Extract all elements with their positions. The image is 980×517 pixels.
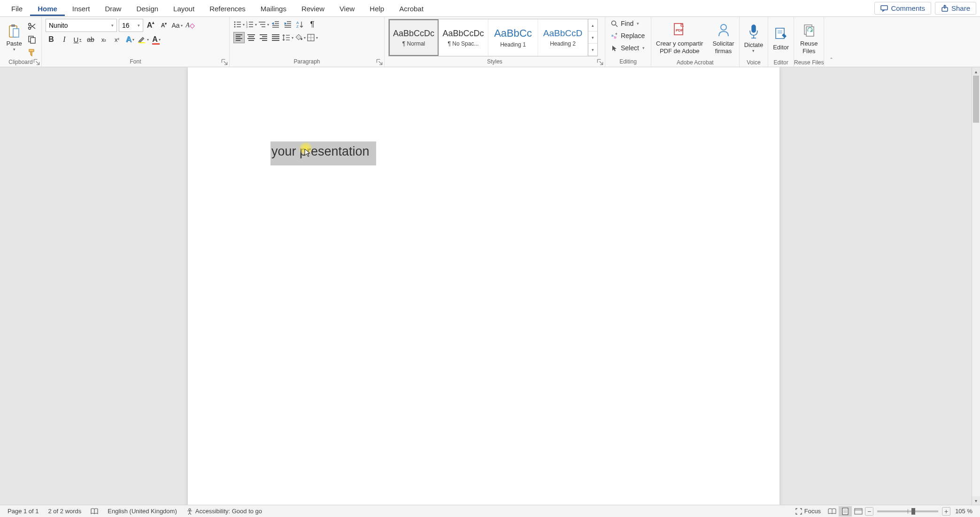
change-case-button[interactable]: Aa▾ — [171, 20, 183, 31]
dictate-button[interactable]: Dictate ▾ — [740, 17, 768, 59]
align-right-button[interactable] — [258, 32, 269, 43]
numbering-button[interactable]: 123▾ — [246, 19, 257, 30]
format-painter-button[interactable] — [26, 47, 38, 58]
word-count[interactable]: 2 of 2 words — [44, 508, 86, 515]
svg-rect-8 — [31, 38, 35, 43]
zoom-out-button[interactable]: − — [865, 507, 873, 516]
shading-button[interactable]: ▾ — [294, 32, 306, 43]
multilevel-icon — [258, 20, 266, 29]
zoom-slider[interactable] — [877, 510, 938, 512]
scroll-up-button[interactable]: ▴ — [972, 67, 980, 76]
decrease-indent-button[interactable] — [270, 19, 281, 30]
zoom-in-button[interactable]: + — [942, 507, 950, 516]
strikethrough-button[interactable]: ab — [85, 34, 96, 45]
bullets-button[interactable]: ▾ — [233, 19, 245, 30]
shrink-font-button[interactable]: A▾ — [158, 20, 170, 31]
bold-button[interactable]: B — [46, 34, 57, 45]
request-signatures-button[interactable]: Solicitar firmas — [708, 17, 739, 59]
styles-scroll-up[interactable]: ▴ — [588, 19, 597, 31]
paragraph-launcher-icon[interactable] — [376, 59, 383, 65]
style-normal[interactable]: AaBbCcDc ¶ Normal — [389, 19, 439, 56]
create-pdf-label: Crear y compartir PDF de Adobe — [656, 40, 703, 55]
clipboard-launcher-icon[interactable] — [33, 59, 40, 65]
selected-text[interactable]: your presentation — [270, 141, 376, 165]
font-color-button[interactable]: A▾ — [151, 34, 162, 45]
share-button[interactable]: Share — [935, 2, 976, 15]
tab-layout[interactable]: Layout — [166, 1, 202, 16]
tab-view[interactable]: View — [332, 1, 362, 16]
select-button[interactable]: Select▾ — [609, 43, 647, 53]
tab-mailings[interactable]: Mailings — [253, 1, 294, 16]
tab-acrobat[interactable]: Acrobat — [392, 1, 431, 16]
zoom-slider-thumb[interactable] — [911, 508, 915, 515]
grow-font-button[interactable]: A▴ — [145, 20, 156, 31]
font-launcher-icon[interactable] — [221, 59, 228, 65]
tab-design[interactable]: Design — [129, 1, 166, 16]
style-heading1[interactable]: AaBbCc Heading 1 — [488, 19, 538, 56]
create-pdf-button[interactable]: PDF Crear y compartir PDF de Adobe — [651, 17, 708, 59]
tab-draw[interactable]: Draw — [97, 1, 129, 16]
font-size-combo[interactable]: 16▾ — [119, 19, 143, 32]
svg-line-43 — [616, 25, 617, 27]
paste-caret-icon: ▾ — [13, 47, 15, 52]
borders-button[interactable]: ▾ — [307, 32, 318, 43]
clear-formatting-button[interactable]: A◇ — [185, 20, 196, 31]
subscript-button[interactable]: x — [98, 34, 109, 45]
styles-scroll-down[interactable]: ▾ — [588, 31, 597, 44]
print-layout-button[interactable] — [839, 506, 852, 517]
align-center-button[interactable] — [246, 32, 257, 43]
line-spacing-button[interactable]: ▾ — [282, 32, 293, 43]
web-layout-button[interactable] — [852, 506, 865, 517]
styles-gallery: AaBbCcDc ¶ Normal AaBbCcDc ¶ No Spac... … — [388, 19, 598, 56]
comments-button[interactable]: Comments — [874, 2, 931, 15]
collapse-ribbon-button[interactable]: ˆ — [824, 17, 838, 67]
replace-button[interactable]: ab Replace — [609, 31, 647, 40]
increase-indent-button[interactable] — [282, 19, 293, 30]
style-no-spacing[interactable]: AaBbCcDc ¶ No Spac... — [439, 19, 488, 56]
sort-button[interactable]: AZ — [294, 19, 306, 30]
editing-label: Editing — [609, 58, 647, 66]
document-page[interactable]: your presentation — [188, 67, 779, 505]
paste-button[interactable]: Paste ▾ — [4, 19, 24, 56]
cut-button[interactable] — [26, 21, 38, 32]
svg-text:b: b — [614, 35, 617, 39]
text-effects-button[interactable]: A▾ — [124, 34, 136, 45]
tab-references[interactable]: References — [202, 1, 253, 16]
copy-icon — [28, 35, 36, 44]
zoom-level[interactable]: 105 % — [950, 508, 977, 515]
page-status[interactable]: Page 1 of 1 — [3, 508, 44, 515]
tab-review[interactable]: Review — [294, 1, 332, 16]
styles-expand[interactable]: ▾ — [588, 44, 597, 56]
vertical-scrollbar[interactable]: ▴ ▾ — [972, 67, 980, 505]
reuse-files-group: Reuse Files Reuse Files — [794, 17, 824, 67]
tabs-bar: File Home Insert Draw Design Layout Refe… — [0, 0, 980, 17]
show-marks-button[interactable]: ¶ — [307, 19, 318, 30]
focus-icon — [795, 508, 802, 515]
styles-launcher-icon[interactable] — [597, 59, 603, 65]
read-mode-button[interactable] — [826, 506, 839, 517]
style-heading2[interactable]: AaBbCcD Heading 2 — [538, 19, 588, 56]
scroll-down-button[interactable]: ▾ — [972, 496, 980, 505]
pdf-icon: PDF — [672, 23, 687, 38]
justify-button[interactable] — [270, 32, 281, 43]
accessibility-status[interactable]: Accessibility: Good to go — [182, 508, 267, 515]
editor-button[interactable]: Editor — [768, 17, 794, 59]
tab-insert[interactable]: Insert — [65, 1, 98, 16]
italic-button[interactable]: I — [59, 34, 70, 45]
tab-home[interactable]: Home — [30, 1, 65, 16]
tab-file[interactable]: File — [4, 1, 30, 16]
reuse-files-button[interactable]: Reuse Files — [794, 17, 824, 59]
find-button[interactable]: Find▾ — [609, 19, 647, 28]
spell-check-button[interactable] — [86, 508, 103, 515]
copy-button[interactable] — [26, 34, 38, 45]
font-name-combo[interactable]: Nunito▾ — [46, 19, 117, 32]
superscript-button[interactable]: x — [111, 34, 123, 45]
highlight-button[interactable]: ▾ — [138, 34, 149, 45]
underline-button[interactable]: U▾ — [72, 34, 83, 45]
align-left-button[interactable] — [233, 32, 245, 43]
scroll-thumb[interactable] — [973, 76, 979, 123]
tab-help[interactable]: Help — [362, 1, 392, 16]
focus-button[interactable]: Focus — [791, 508, 826, 515]
language-status[interactable]: English (United Kingdom) — [103, 508, 181, 515]
multilevel-list-button[interactable]: ▾ — [258, 19, 269, 30]
